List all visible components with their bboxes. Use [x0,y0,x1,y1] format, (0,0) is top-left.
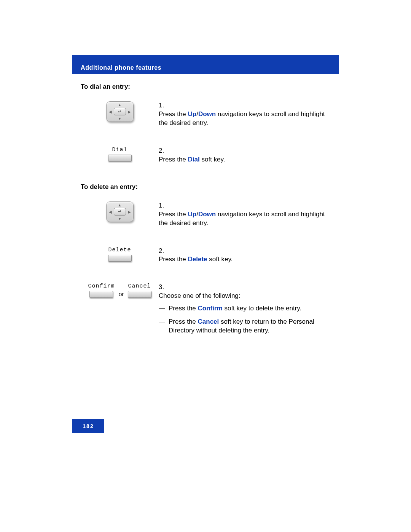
highlight-down: Down [198,110,216,118]
softkey-button-icon [108,155,132,161]
step-content: Press the Dial soft key. [159,155,327,164]
sub-text: Press the Cancel soft key to return to t… [169,318,327,335]
up-arrow-icon: ▲ [118,203,122,207]
step-text: 1. Press the Up/Down navigation keys to … [159,101,339,128]
sub-item: — Press the Cancel soft key to return to… [159,318,327,335]
left-arrow-icon: ◀ [109,209,112,214]
header-title: Additional phone features [81,64,161,71]
sub-item: — Press the Confirm soft key to delete t… [159,304,327,313]
page-body: To dial an entry: ▲ ▼ ◀ ▶ ↵ 1. Press the… [81,83,339,347]
highlight-delete: Delete [188,256,207,263]
step-text: 2. Press the Delete soft key. [159,247,339,264]
step-content: Press the Up/Down navigation keys to scr… [159,210,327,228]
icon-column: Delete [81,247,159,262]
header-bar: Additional phone features [72,55,339,74]
step-number: 1. [159,201,169,210]
softkey-label: Delete [108,247,131,253]
dash-icon: — [159,304,169,313]
highlight-confirm: Confirm [198,305,223,312]
step-number: 2. [159,147,169,155]
highlight-up: Up [188,211,197,218]
icon-column: Confirm or Cancel [81,283,159,298]
up-arrow-icon: ▲ [118,103,122,107]
icon-column: ▲ ▼ ◀ ▶ ↵ [81,201,159,222]
step-row: Confirm or Cancel 3. Choose one of the f… [81,283,339,340]
softkey-delete: Delete [108,247,132,262]
section-title-delete: To delete an entry: [81,183,339,191]
softkey-button-icon [89,291,113,298]
softkey-label: Dial [112,147,127,153]
step-content: Choose one of the following: — Press the… [159,292,327,340]
softkey-confirm: Confirm [88,283,115,298]
right-arrow-icon: ▶ [128,110,131,114]
navigation-key-icon: ▲ ▼ ◀ ▶ ↵ [106,101,134,122]
step-text: 3. Choose one of the following: — Press … [159,283,339,340]
highlight-cancel: Cancel [198,318,219,325]
step-number: 1. [159,101,169,110]
sub-list: — Press the Confirm soft key to delete t… [159,304,327,335]
section-title-dial: To dial an entry: [81,83,339,91]
step-row: ▲ ▼ ◀ ▶ ↵ 1. Press the Up/Down navigatio… [81,201,339,228]
highlight-dial: Dial [188,156,200,163]
document-page: Additional phone features To dial an ent… [0,0,411,532]
highlight-down: Down [198,211,216,218]
down-arrow-icon: ▼ [118,217,122,221]
dash-icon: — [159,318,169,335]
icon-column: Dial [81,147,159,161]
softkey-label: Confirm [88,283,115,289]
softkey-button-icon [128,291,151,298]
icon-column: ▲ ▼ ◀ ▶ ↵ [81,101,159,122]
step-row: ▲ ▼ ◀ ▶ ↵ 1. Press the Up/Down navigatio… [81,101,339,128]
enter-key-icon: ↵ [114,108,126,115]
step-number: 3. [159,283,169,292]
down-arrow-icon: ▼ [118,117,122,121]
softkey-dial: Dial [108,147,132,161]
step-content: Press the Delete soft key. [159,255,327,264]
step-row: Delete 2. Press the Delete soft key. [81,247,339,264]
softkey-pair: Confirm or Cancel [88,283,151,298]
sub-text: Press the Confirm soft key to delete the… [169,304,301,313]
left-arrow-icon: ◀ [109,110,112,114]
right-arrow-icon: ▶ [128,209,131,214]
step-text: 2. Press the Dial soft key. [159,147,339,164]
page-number: 182 [72,419,104,433]
softkey-label: Cancel [128,283,151,289]
highlight-up: Up [188,110,197,118]
step-row: Dial 2. Press the Dial soft key. [81,147,339,164]
navigation-key-icon: ▲ ▼ ◀ ▶ ↵ [106,201,134,222]
enter-key-icon: ↵ [114,208,126,216]
or-text: or [118,291,124,298]
softkey-button-icon [108,255,132,262]
step-number: 2. [159,247,169,256]
step-content: Press the Up/Down navigation keys to scr… [159,110,327,128]
softkey-cancel: Cancel [128,283,151,298]
step-text: 1. Press the Up/Down navigation keys to … [159,201,339,228]
